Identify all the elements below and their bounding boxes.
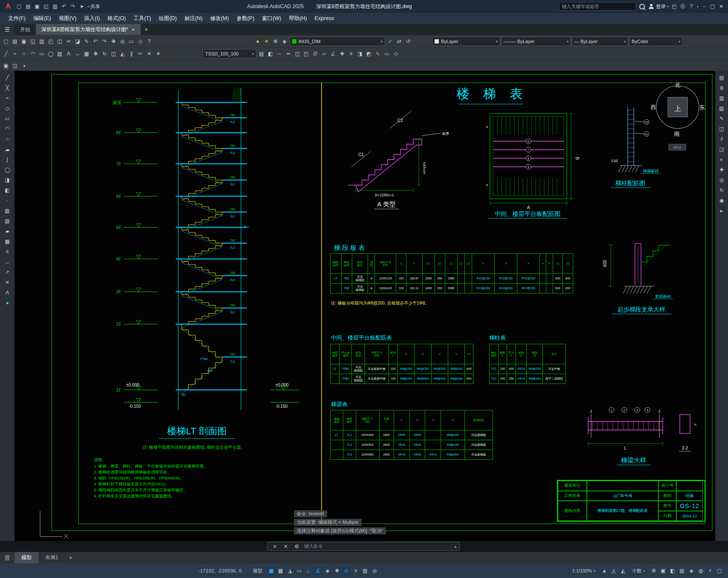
lineweight-display-icon[interactable]: ≡	[351, 566, 360, 575]
menu-item[interactable]: 参数(P)	[233, 14, 258, 23]
plot-icon[interactable]: ▥	[38, 37, 46, 46]
markup-icon[interactable]: ✎	[717, 114, 726, 123]
quick-properties-icon[interactable]: ▤	[678, 566, 686, 575]
steering-wheel-icon[interactable]: ◉	[717, 196, 726, 205]
mirror-icon[interactable]: ◭	[118, 49, 127, 58]
object-snap-tracking-icon[interactable]: ✚	[333, 566, 341, 575]
hatch-icon[interactable]: ▨	[3, 206, 12, 215]
area-icon[interactable]: ▱	[320, 49, 328, 58]
layer-combo[interactable]: AXIS_DIM ▾	[290, 37, 385, 46]
copy-icon[interactable]: ◫	[109, 49, 118, 58]
count-icon[interactable]: #	[717, 134, 726, 144]
circle-icon[interactable]: ○	[3, 134, 12, 144]
properties-icon[interactable]: ▤	[717, 73, 726, 82]
annotation-visibility-icon[interactable]: ▲	[600, 566, 609, 575]
layout-menu-icon[interactable]: ☰	[0, 552, 15, 563]
object-snap-icon[interactable]: ◇	[342, 566, 351, 575]
text-style-combo[interactable]: TSSD_100_100 ▾	[203, 49, 256, 58]
dynamic-input-icon[interactable]: ▭	[295, 566, 304, 575]
zoom-realtime-icon[interactable]: ◎	[118, 37, 127, 46]
app-store-icon[interactable]: Ⓐ	[679, 2, 687, 11]
multiline-text-icon[interactable]: ≡	[3, 247, 12, 256]
match-properties-icon[interactable]: ✎	[82, 37, 91, 46]
arc-icon[interactable]: ◠	[3, 124, 12, 134]
login-dropdown-icon[interactable]: ▾	[667, 5, 669, 9]
isometric-drafting-icon[interactable]: ◈	[323, 566, 332, 575]
polyline-icon[interactable]: ≈	[3, 93, 12, 103]
polyline-icon[interactable]: ≈	[11, 49, 19, 58]
angle-icon[interactable]: ∠	[329, 49, 337, 58]
orbit-icon[interactable]: ↻	[717, 186, 726, 195]
close-icon[interactable]: ✕	[717, 2, 725, 11]
group-icon[interactable]: ◫	[293, 49, 302, 58]
table-icon[interactable]: ▦	[82, 49, 91, 58]
region-icon[interactable]: ▰	[3, 227, 12, 236]
trim-icon[interactable]: ✂	[136, 49, 145, 58]
ellipse-icon[interactable]: ◯	[46, 49, 55, 58]
new-file-icon[interactable]: ▢	[15, 2, 23, 11]
line-icon[interactable]: ╱	[2, 49, 10, 58]
command-close-icon[interactable]: ✕	[281, 542, 290, 551]
views-panel-icon[interactable]: ◲	[717, 145, 726, 154]
workspace-switching-icon[interactable]: ⚙	[650, 566, 658, 575]
units-button[interactable]: 小数 ▾	[629, 567, 647, 575]
plot-icon[interactable]: ▥	[51, 2, 59, 11]
open-file-icon[interactable]: ▤	[24, 2, 32, 11]
named-view-icon[interactable]: ◲	[11, 61, 19, 70]
tab-start[interactable]: 开始	[15, 24, 36, 35]
save-icon[interactable]: ▣	[33, 2, 41, 11]
auto-scale-icon[interactable]: ◬	[609, 566, 618, 575]
recent-commands-icon[interactable]: ▴	[454, 544, 456, 549]
rotate-icon[interactable]: ↻	[100, 49, 109, 58]
redo-icon[interactable]: ↷	[100, 37, 109, 46]
make-block-icon[interactable]: ◧	[3, 186, 12, 195]
qat-dropdown-icon[interactable]: ▾	[87, 5, 89, 9]
plotstyle-combo-caret-icon[interactable]: ▾	[679, 40, 680, 44]
drawing-canvas[interactable]: 屋顶TB2TL28FTB2TL27FTB2TL26FTB2TL25FTB2TL2…	[15, 71, 715, 541]
menu-item[interactable]: 格式(O)	[104, 14, 130, 23]
help-dropdown-icon[interactable]: ▾	[697, 5, 699, 9]
revision-cloud-icon[interactable]: ☁	[3, 145, 12, 154]
block-icon[interactable]: ◨	[356, 49, 364, 58]
grid-display-icon[interactable]: ▦	[267, 566, 276, 575]
new-file-icon[interactable]: ▢	[2, 37, 10, 46]
undo-icon[interactable]: ↶	[60, 2, 68, 11]
ellipse-icon[interactable]: ◯	[3, 165, 12, 174]
navigation-bar-icon[interactable]: ✚	[717, 165, 726, 174]
text-style-icon[interactable]: A	[3, 288, 12, 297]
erase-icon[interactable]: ✕	[145, 49, 154, 58]
clean-screen-icon[interactable]: ▢	[715, 566, 724, 575]
polar-tracking-icon[interactable]: ∠	[314, 566, 322, 575]
menu-item[interactable]: 帮助(H)	[285, 14, 310, 23]
layer-on-off-icon[interactable]: ●	[253, 37, 262, 46]
help-icon[interactable]: ?	[145, 37, 154, 46]
previous-layer-icon[interactable]: ↺	[404, 37, 412, 46]
viewport-icon[interactable]: ▣	[2, 61, 10, 70]
maximize-icon[interactable]: ▢	[708, 2, 717, 11]
menu-item[interactable]: 工具(T)	[130, 14, 155, 23]
offset-icon[interactable]: ∥	[127, 49, 136, 58]
menu-item[interactable]: 窗口(W)	[258, 14, 285, 23]
object-snap-icon[interactable]: ◇	[392, 49, 400, 58]
search-icon[interactable]	[639, 4, 645, 9]
dimension-icon[interactable]: ↔	[73, 49, 82, 58]
layer-freeze-icon[interactable]: ✻	[271, 37, 280, 46]
pan-icon[interactable]: ✥	[109, 37, 118, 46]
visual-style-icon[interactable]: ◑	[20, 61, 28, 70]
login-button[interactable]: 登录	[656, 3, 666, 10]
show-motion-icon[interactable]: ▸	[717, 206, 726, 215]
text-style-combo-caret-icon[interactable]: ▾	[252, 52, 254, 56]
tool-palettes-icon[interactable]: ▥	[717, 93, 726, 103]
gradient-icon[interactable]: ▧	[3, 216, 12, 226]
autocad-logo-icon[interactable]: A	[3, 1, 14, 12]
erase-icon[interactable]: ✕	[3, 278, 12, 287]
search-input[interactable]	[559, 2, 636, 11]
open-file-icon[interactable]: ▤	[11, 37, 19, 46]
match-layer-icon[interactable]: ⇄	[395, 37, 403, 46]
write-block-icon[interactable]: ◩	[365, 49, 373, 58]
polygon-icon[interactable]: ◇	[3, 104, 12, 113]
menu-item[interactable]: 视图(V)	[55, 14, 81, 23]
graphics-performance-icon[interactable]: ⚡	[706, 566, 714, 575]
list-icon[interactable]: ≡	[347, 49, 355, 58]
new-layout-button[interactable]: +	[65, 552, 76, 563]
